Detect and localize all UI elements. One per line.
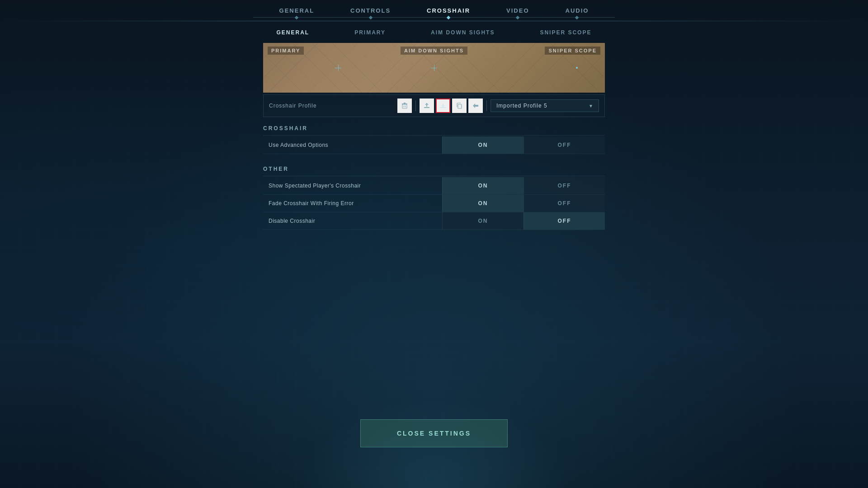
main-container: GENERAL CONTROLS CROSSHAIR VIDEO AUDIO	[0, 0, 868, 488]
copy-profile-button[interactable]	[452, 99, 467, 113]
tab-video[interactable]: VIDEO	[488, 4, 547, 21]
svg-rect-8	[440, 107, 446, 108]
crosshair-primary-indicator	[335, 65, 341, 71]
export-profile-button[interactable]	[420, 99, 434, 113]
toggle-off-show-spectated-crosshair[interactable]: Off	[524, 177, 605, 194]
tab-general-dot	[295, 16, 298, 19]
toggle-on-use-advanced-options[interactable]: On	[442, 136, 524, 154]
dropdown-arrow-icon: ▼	[589, 103, 593, 108]
tab-audio-dot	[575, 16, 579, 19]
settings-content: CROSSHAIR Use Advanced Options On Off OT…	[263, 121, 605, 230]
setting-show-spectated-crosshair: Show Spectated Player's Crosshair On Off	[263, 177, 605, 195]
profile-label: Crosshair Profile	[269, 103, 317, 109]
tab-controls[interactable]: CONTROLS	[332, 4, 409, 21]
toggle-on-show-spectated-crosshair[interactable]: On	[442, 177, 524, 194]
toggle-on-disable-crosshair[interactable]: On	[442, 212, 524, 230]
close-settings-button[interactable]: CLOSE SETTINGS	[360, 419, 508, 447]
toolbar-divider	[415, 100, 416, 111]
toggle-off-disable-crosshair[interactable]: Off	[524, 212, 605, 230]
setting-name-use-advanced-options: Use Advanced Options	[263, 142, 442, 148]
crosshair-preview: PRIMARY AIM DOWN SIGHTS SNIPER SCOPE	[263, 43, 605, 93]
tab-video-dot	[516, 16, 519, 19]
tab-crosshair-dot	[447, 16, 450, 19]
top-nav-wrapper: GENERAL CONTROLS CROSSHAIR VIDEO AUDIO	[253, 0, 615, 21]
other-section-header: OTHER	[263, 161, 605, 176]
tab-crosshair[interactable]: CROSSHAIR	[409, 4, 488, 21]
subtab-aim-down-sights[interactable]: AIM DOWN SIGHTS	[408, 26, 517, 39]
profile-section: Crosshair Profile	[263, 94, 605, 117]
paste-profile-button[interactable]	[468, 99, 483, 113]
preview-label-primary: PRIMARY	[268, 47, 304, 55]
toggle-off-fade-crosshair-firing[interactable]: Off	[524, 195, 605, 212]
top-nav: GENERAL CONTROLS CROSSHAIR VIDEO AUDIO	[253, 4, 615, 21]
profile-actions: Imported Profile 5 ▼	[397, 99, 599, 113]
setting-fade-crosshair-firing: Fade Crosshair With Firing Error On Off	[263, 195, 605, 212]
svg-rect-1	[402, 103, 407, 104]
svg-rect-5	[424, 107, 429, 108]
setting-name-disable-crosshair: Disable Crosshair	[263, 218, 442, 224]
setting-name-fade-crosshair-firing: Fade Crosshair With Firing Error	[263, 200, 442, 206]
svg-rect-11	[458, 104, 462, 108]
sub-nav: GENERAL PRIMARY AIM DOWN SIGHTS SNIPER S…	[254, 26, 614, 39]
subtab-primary[interactable]: PRIMARY	[332, 26, 408, 39]
preview-label-sniper: SNIPER SCOPE	[545, 47, 600, 55]
toolbar-divider-2	[486, 100, 487, 111]
setting-use-advanced-options: Use Advanced Options On Off	[263, 136, 605, 154]
tab-audio[interactable]: AUDIO	[547, 4, 607, 21]
toggle-on-fade-crosshair-firing[interactable]: On	[442, 195, 524, 212]
toggle-off-use-advanced-options[interactable]: Off	[524, 136, 605, 154]
crosshair-sniper-indicator	[576, 67, 578, 69]
toggle-disable-crosshair: On Off	[442, 212, 605, 230]
svg-rect-2	[404, 103, 406, 103]
svg-rect-3	[404, 105, 404, 108]
preview-label-ads: AIM DOWN SIGHTS	[401, 47, 467, 55]
nav-separator	[0, 21, 868, 21]
tab-general[interactable]: GENERAL	[261, 4, 333, 21]
svg-marker-12	[473, 103, 478, 108]
crosshair-ads-indicator	[431, 65, 437, 71]
svg-rect-4	[405, 105, 406, 108]
import-profile-button[interactable]	[436, 99, 450, 113]
setting-disable-crosshair: Disable Crosshair On Off	[263, 212, 605, 230]
tab-controls-dot	[368, 16, 372, 19]
profile-selected-name: Imported Profile 5	[496, 103, 547, 109]
subtab-sniper-scope[interactable]: SNIPER SCOPE	[517, 26, 614, 39]
delete-profile-button[interactable]	[397, 99, 412, 113]
toggle-show-spectated-crosshair: On Off	[442, 177, 605, 194]
crosshair-section-header: CROSSHAIR	[263, 121, 605, 136]
toggle-fade-crosshair-firing: On Off	[442, 195, 605, 212]
subtab-general[interactable]: GENERAL	[254, 26, 332, 39]
setting-name-show-spectated-crosshair: Show Spectated Player's Crosshair	[263, 183, 442, 189]
svg-rect-0	[402, 104, 407, 108]
profile-dropdown[interactable]: Imported Profile 5 ▼	[491, 99, 599, 112]
toggle-use-advanced-options: On Off	[442, 136, 605, 154]
